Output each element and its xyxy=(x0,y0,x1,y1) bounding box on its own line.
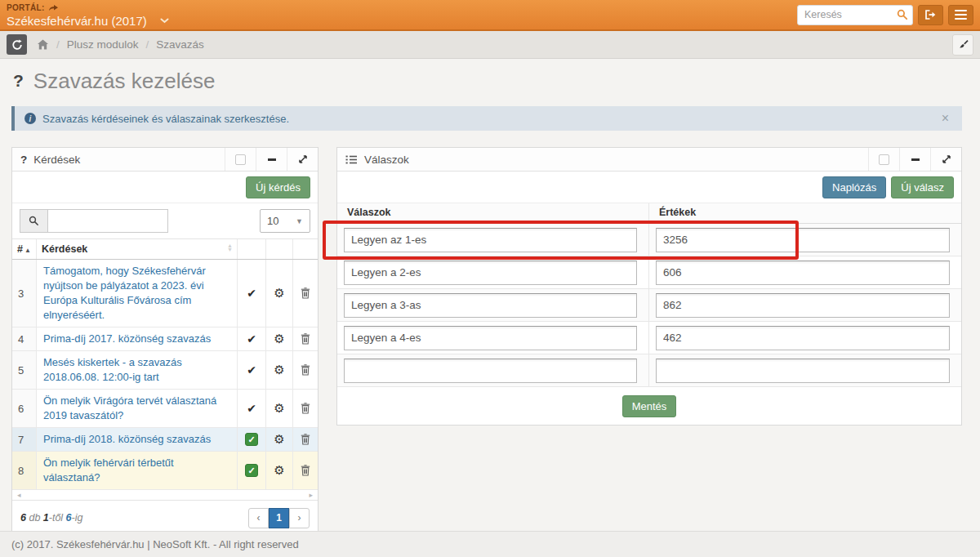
question-settings-button[interactable]: ⚙ xyxy=(266,428,293,451)
pagination-prev-button[interactable]: ‹ xyxy=(248,508,269,528)
question-settings-button[interactable]: ⚙ xyxy=(266,351,293,389)
check-icon: ✔ xyxy=(247,402,256,415)
answer-row-annotated xyxy=(337,224,961,256)
expand-icon xyxy=(942,154,951,164)
answer-text-input[interactable] xyxy=(344,293,637,318)
breadcrumb-bar: / Plusz modulok / Szavazás xyxy=(0,31,980,59)
top-bar: PORTÁL: Székesfehérvár.hu (2017) xyxy=(0,0,980,31)
check-icon: ✔ xyxy=(247,287,256,300)
questions-panel-header: ? Kérdések xyxy=(12,148,318,172)
gear-icon: ⚙ xyxy=(274,432,284,447)
answer-value-input[interactable] xyxy=(656,228,950,252)
page-size-select[interactable]: 10 ▼ xyxy=(260,209,310,233)
answer-value-input[interactable] xyxy=(656,326,950,350)
gear-icon: ⚙ xyxy=(274,363,284,377)
column-header-number[interactable]: #▲ xyxy=(12,239,37,259)
new-question-button[interactable]: Új kérdés xyxy=(246,176,310,198)
refresh-button[interactable] xyxy=(7,34,27,55)
search-icon[interactable] xyxy=(897,9,908,20)
save-row: Mentés xyxy=(337,387,961,425)
question-link[interactable]: Mesés kiskertek - a szavazás 2018.06.08.… xyxy=(43,355,230,385)
breadcrumb-item-plusz-modulok[interactable]: Plusz modulok xyxy=(67,38,139,51)
question-link[interactable]: Ön melyik Virágóra tervét választaná 201… xyxy=(43,394,230,423)
page: PORTÁL: Székesfehérvár.hu (2017) xyxy=(0,0,980,557)
question-row: 7 Prima-díj 2018. közönség szavazás ✓ ⚙ xyxy=(12,428,318,452)
answers-toolbar: Naplózás Új válasz xyxy=(337,172,961,203)
column-header-questions[interactable]: Kérdések ▲▼ xyxy=(37,239,238,259)
answer-text-input[interactable] xyxy=(344,359,637,383)
answer-row xyxy=(337,322,961,354)
share-arrow-icon xyxy=(48,4,59,11)
answer-text-input[interactable] xyxy=(344,326,637,350)
alert-close-icon[interactable]: × xyxy=(938,111,952,126)
answer-text-input[interactable] xyxy=(344,261,637,285)
questions-panel-title: Kérdések xyxy=(33,154,80,166)
answer-value-input[interactable] xyxy=(656,293,950,318)
question-settings-button[interactable]: ⚙ xyxy=(266,452,293,489)
save-button[interactable]: Mentés xyxy=(622,395,677,417)
question-delete-button[interactable] xyxy=(293,328,318,350)
answer-value-input[interactable] xyxy=(656,359,950,383)
question-link[interactable]: Támogatom, hogy Székesfehérvár nyújtson … xyxy=(43,264,230,323)
chevron-down-icon[interactable] xyxy=(160,18,169,24)
hamburger-icon xyxy=(955,10,967,20)
minus-icon xyxy=(268,158,276,161)
home-icon[interactable] xyxy=(37,39,49,50)
global-search xyxy=(797,5,913,25)
question-settings-button[interactable]: ⚙ xyxy=(266,328,293,350)
panel-collapse-button[interactable] xyxy=(256,148,287,171)
panel-expand-button[interactable] xyxy=(930,148,961,171)
panel-collapse-button[interactable] xyxy=(899,148,930,171)
new-answer-button[interactable]: Új válasz xyxy=(891,176,954,198)
panel-checkbox-button[interactable] xyxy=(868,148,899,171)
question-settings-button[interactable]: ⚙ xyxy=(266,260,293,327)
pagination-next-button[interactable]: › xyxy=(289,508,310,528)
question-delete-button[interactable] xyxy=(293,351,318,389)
trash-icon xyxy=(301,287,310,299)
brand-block[interactable]: PORTÁL: Székesfehérvár.hu (2017) xyxy=(7,3,169,27)
gear-icon: ⚙ xyxy=(274,286,284,301)
logout-button[interactable] xyxy=(918,5,943,25)
question-delete-button[interactable] xyxy=(293,260,318,327)
question-active-toggle[interactable]: ✓ xyxy=(238,428,266,451)
menu-button[interactable] xyxy=(948,5,973,25)
trash-icon xyxy=(301,364,310,376)
caret-down-icon: ▼ xyxy=(296,217,303,225)
answer-text-input[interactable] xyxy=(344,228,637,252)
gear-icon: ⚙ xyxy=(274,463,284,478)
portal-label: PORTÁL: xyxy=(7,4,45,12)
pagination-page-1-button[interactable]: 1 xyxy=(269,508,289,528)
questions-search-input[interactable] xyxy=(47,209,168,233)
questions-filter-row: 10 ▼ xyxy=(12,203,318,238)
breadcrumb-separator: / xyxy=(56,38,60,51)
theme-button[interactable] xyxy=(952,34,973,56)
question-delete-button[interactable] xyxy=(293,390,318,427)
question-delete-button[interactable] xyxy=(293,428,318,451)
checked-checkbox-icon: ✓ xyxy=(245,464,258,477)
site-name[interactable]: Székesfehérvár.hu (2017) xyxy=(7,15,147,27)
answer-value-input[interactable] xyxy=(656,261,950,285)
horizontal-scroll-hint[interactable]: ◂ ▸ xyxy=(12,490,318,500)
panel-expand-button[interactable] xyxy=(287,148,318,171)
question-link[interactable]: Ön melyik fehérvári térbetűt választaná? xyxy=(43,456,230,485)
check-icon: ✔ xyxy=(247,363,256,377)
question-delete-button[interactable] xyxy=(293,452,318,489)
question-active-toggle[interactable]: ✔ xyxy=(238,351,266,389)
list-icon xyxy=(345,154,358,165)
question-link[interactable]: Prima-díj 2017. közönség szavazás xyxy=(43,332,211,346)
panel-checkbox-button[interactable] xyxy=(225,148,256,171)
question-settings-button[interactable]: ⚙ xyxy=(266,390,293,427)
info-alert: i Szavazás kérdéseinek és válaszainak sz… xyxy=(11,106,962,131)
search-input[interactable] xyxy=(797,5,913,25)
question-active-toggle[interactable]: ✔ xyxy=(238,390,266,427)
question-active-toggle[interactable]: ✓ xyxy=(238,452,266,489)
logout-icon xyxy=(924,9,937,20)
questions-table-body: 3 Támogatom, hogy Székesfehérvár nyújtso… xyxy=(12,260,318,490)
question-number: 5 xyxy=(12,351,37,389)
question-link[interactable]: Prima-díj 2018. közönség szavazás xyxy=(43,432,211,447)
copyright-text: (c) 2017. Székesfehérvár.hu | NeoSoft Kf… xyxy=(11,538,299,550)
logging-button[interactable]: Naplózás xyxy=(822,176,886,198)
panels-row: ? Kérdések Új kérdés xyxy=(11,147,980,536)
question-active-toggle[interactable]: ✔ xyxy=(238,260,266,327)
question-active-toggle[interactable]: ✔ xyxy=(238,328,266,350)
